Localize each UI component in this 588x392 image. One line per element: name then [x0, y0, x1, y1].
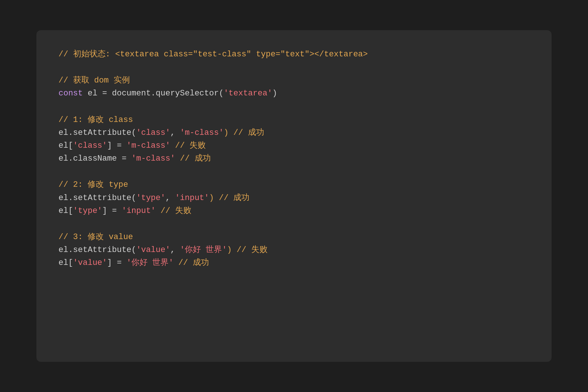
- code-segment: 'input': [122, 206, 156, 216]
- code-segment: // 1: 修改 class: [59, 115, 133, 125]
- code-segment: 'type': [136, 193, 165, 203]
- code-segment: ] =: [102, 206, 122, 216]
- code-segment: ] =: [107, 258, 127, 267]
- code-segment: 'm-class': [127, 141, 170, 150]
- code-line: el['type'] = 'input' // 失败: [59, 204, 529, 217]
- code-segment: ,: [170, 128, 180, 137]
- code-line: // 2: 修改 type: [59, 178, 529, 191]
- code-segment: ): [272, 89, 277, 98]
- code-segment: 'input': [175, 193, 209, 203]
- code-line: el.setAttribute('value', '你好 世界') // 失败: [59, 244, 529, 256]
- code-segment: ) // 成功: [209, 193, 249, 203]
- code-line: // 3: 修改 value: [59, 231, 529, 244]
- code-line: // 1: 修改 class: [59, 113, 529, 126]
- code-segment: 'textarea': [224, 89, 272, 98]
- code-segment: '你好 世界': [127, 258, 174, 267]
- code-segment: ,: [170, 245, 180, 255]
- code-segment: el[: [59, 258, 73, 267]
- code-segment: // 初始状态: <textarea class="test-class" ty…: [59, 50, 368, 59]
- code-segment: // 获取 dom 实例: [59, 76, 130, 85]
- code-segment: 'm-class': [131, 154, 175, 163]
- code-segment: el[: [59, 141, 73, 150]
- blank-line: [59, 217, 529, 231]
- code-segment: ) // 失败: [227, 245, 268, 255]
- blank-line: [59, 61, 529, 74]
- code-container: // 初始状态: <textarea class="test-class" ty…: [36, 30, 552, 362]
- code-segment: ,: [165, 193, 175, 203]
- code-segment: 'value': [73, 258, 107, 267]
- code-segment: el.setAttribute(: [59, 245, 136, 255]
- code-segment: 'type': [73, 206, 102, 216]
- code-segment: // 成功: [175, 154, 211, 163]
- code-segment: const: [59, 89, 83, 98]
- code-line: const el = document.querySelector('texta…: [59, 87, 529, 100]
- code-segment: // 2: 修改 type: [59, 180, 128, 189]
- code-line: el.className = 'm-class' // 成功: [59, 152, 529, 165]
- code-segment: 'class': [73, 141, 107, 150]
- code-segment: el.setAttribute(: [59, 128, 136, 137]
- code-line: // 初始状态: <textarea class="test-class" ty…: [59, 48, 529, 61]
- code-segment: // 失败: [156, 206, 191, 216]
- code-line: el.setAttribute('type', 'input') // 成功: [59, 192, 529, 204]
- code-segment: ) // 成功: [224, 128, 264, 137]
- code-segment: // 失败: [170, 141, 206, 150]
- code-segment: 'class': [136, 128, 170, 137]
- code-segment: el[: [59, 206, 73, 216]
- code-line: // 获取 dom 实例: [59, 74, 529, 87]
- code-segment: el = document.querySelector(: [83, 89, 224, 98]
- blank-line: [59, 165, 529, 178]
- code-segment: '你好 世界': [180, 245, 227, 255]
- code-segment: el.setAttribute(: [59, 193, 136, 203]
- code-segment: ] =: [107, 141, 127, 150]
- code-segment: // 3: 修改 value: [59, 232, 133, 242]
- blank-line: [59, 100, 529, 113]
- code-line: el.setAttribute('class', 'm-class') // 成…: [59, 126, 529, 139]
- code-segment: el.className =: [59, 154, 131, 163]
- code-line: el['value'] = '你好 世界' // 成功: [59, 256, 529, 269]
- code-segment: 'm-class': [180, 128, 224, 137]
- code-block: // 初始状态: <textarea class="test-class" ty…: [59, 48, 529, 269]
- code-segment: 'value': [136, 245, 170, 255]
- code-segment: // 成功: [173, 258, 209, 267]
- code-line: el['class'] = 'm-class' // 失败: [59, 139, 529, 152]
